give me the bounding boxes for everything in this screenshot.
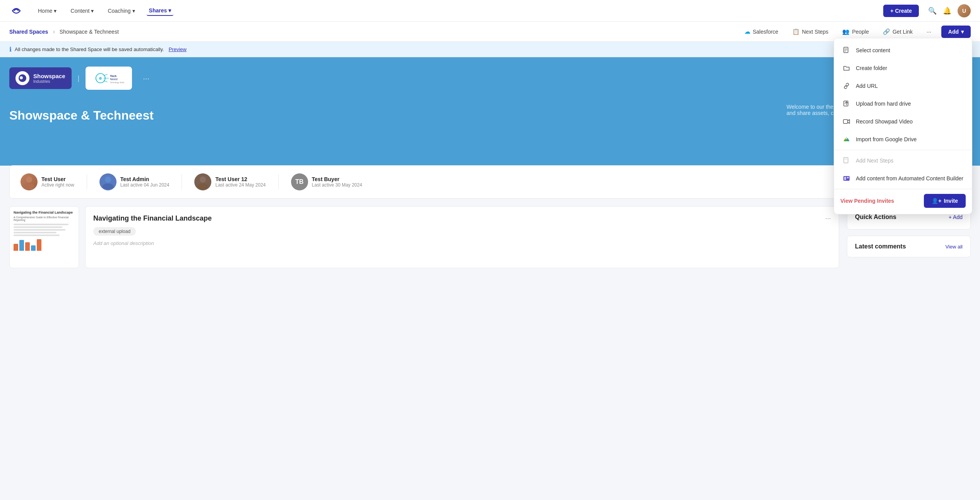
document-description-placeholder: Add an optional description [93, 240, 825, 246]
dropdown-invite-button[interactable]: 👤+ Invite [924, 194, 966, 208]
svg-point-11 [26, 176, 32, 183]
dropdown-view-invites-button[interactable]: View Pending Invites [840, 198, 894, 204]
svg-point-12 [24, 183, 34, 190]
salesforce-button[interactable]: ☁ Salesforce [740, 26, 782, 38]
svg-rect-33 [847, 177, 849, 178]
showspace-sub: Industries [33, 79, 65, 84]
right-panel: Quick Actions + Add Latest comments View… [847, 206, 971, 268]
document-thumbnail[interactable]: Navigating the Financial Landscape A Com… [9, 206, 79, 268]
google-drive-icon [843, 135, 850, 143]
hero-section: Showspace Industries | e Tech Neest Tech… [0, 57, 980, 166]
dropdown-add-next-steps: Add Next Steps [834, 152, 972, 170]
people-icon: 👥 [842, 28, 850, 35]
hero-logos: Showspace Industries | e Tech Neest Tech… [9, 67, 971, 90]
bottom-section: Navigating the Financial Landscape A Com… [0, 199, 980, 276]
document-menu-button[interactable]: ··· [825, 214, 831, 223]
svg-text:Neest: Neest [110, 77, 118, 81]
add-button[interactable]: Add ▾ [941, 26, 971, 38]
svg-rect-29 [844, 158, 848, 163]
next-steps-icon: 📋 [792, 28, 800, 35]
user-avatar[interactable]: U [958, 4, 971, 17]
document-title: Navigating the Financial Landscape [93, 214, 825, 223]
next-steps-button[interactable]: 📋 Next Steps [788, 26, 832, 38]
more-options-button[interactable]: ··· [923, 26, 935, 37]
nav-content[interactable]: Content ▾ [68, 6, 96, 15]
dropdown-create-folder[interactable]: Create folder [834, 59, 972, 77]
members-bar: Test User Active right now Test Admin La… [9, 165, 971, 199]
breadcrumb-bar: Shared Spaces › Showspace & Techneest ☁ … [0, 22, 980, 42]
nav-shares[interactable]: Shares ▾ [147, 6, 174, 16]
svg-point-16 [197, 183, 208, 190]
view-all-comments-link[interactable]: View all [945, 244, 963, 250]
nav-home[interactable]: Home ▾ [36, 6, 59, 15]
quick-actions-add-button[interactable]: + Add [949, 214, 963, 220]
member-4: TB Test Buyer Last active 30 May 2024 [291, 173, 362, 190]
breadcrumb-separator: › [53, 28, 55, 35]
member-name-3: Test User 12 [215, 176, 266, 182]
upload-icon [843, 100, 850, 108]
svg-rect-21 [844, 101, 848, 106]
file-icon [843, 46, 850, 54]
member-status-4: Last active 30 May 2024 [312, 182, 362, 188]
dropdown-add-automated[interactable]: Add content from Automated Content Build… [834, 170, 972, 187]
svg-point-14 [103, 183, 113, 190]
next-steps-icon [843, 157, 850, 164]
link-icon: 🔗 [883, 28, 890, 35]
people-button[interactable]: 👥 People [838, 26, 873, 38]
svg-point-13 [105, 176, 111, 183]
svg-text:Technology Solutions: Technology Solutions [110, 82, 125, 84]
notifications-icon[interactable]: 🔔 [943, 7, 951, 15]
info-banner: ℹ All changes made to the Shared Space w… [0, 42, 980, 57]
showspace-icon [15, 71, 29, 85]
svg-text:e: e [99, 75, 102, 81]
folder-icon [843, 64, 850, 72]
breadcrumb-shared-spaces[interactable]: Shared Spaces [9, 29, 48, 35]
search-icon[interactable]: 🔍 [928, 7, 937, 15]
member-avatar-1 [21, 173, 38, 190]
member-avatar-3 [194, 173, 211, 190]
hero-menu-dots[interactable]: ··· [143, 74, 149, 83]
get-link-button[interactable]: 🔗 Get Link [879, 26, 917, 38]
app-logo[interactable] [9, 4, 23, 18]
create-button[interactable]: + Create [883, 5, 919, 17]
preview-link[interactable]: Preview [169, 46, 187, 52]
member-avatar-4: TB [291, 173, 308, 190]
document-details: Navigating the Financial Landscape exter… [85, 206, 839, 268]
svg-text:Tech: Tech [110, 74, 117, 78]
latest-comments-title: Latest comments [855, 243, 906, 250]
content-panel: Navigating the Financial Landscape A Com… [9, 206, 839, 268]
member-status-2: Last active 04 Jun 2024 [120, 182, 170, 188]
video-icon [843, 118, 850, 125]
nav-icons: 🔍 🔔 U [928, 4, 971, 17]
showspace-name: Showspace [33, 73, 65, 79]
member-3: Test User 12 Last active 24 May 2024 [194, 173, 266, 190]
member-status-1: Active right now [41, 182, 74, 188]
techneest-logo: e Tech Neest Technology Solutions [86, 67, 132, 90]
top-nav: Home ▾ Content ▾ Coaching ▾ Shares ▾ + C… [0, 0, 980, 22]
dropdown-record-video[interactable]: Record Showpad Video [834, 113, 972, 130]
quick-actions-title: Quick Actions [855, 214, 896, 221]
member-name-4: Test Buyer [312, 176, 362, 182]
link-icon [843, 82, 850, 90]
member-2: Test Admin Last active 04 Jun 2024 [99, 173, 170, 190]
showspace-logo: Showspace Industries [9, 67, 72, 89]
automated-icon [843, 175, 850, 182]
svg-point-15 [200, 176, 206, 183]
breadcrumb-current: Showspace & Techneest [60, 29, 119, 35]
nav-coaching[interactable]: Coaching ▾ [105, 6, 137, 15]
latest-comments-panel: Latest comments View all [847, 236, 971, 257]
salesforce-icon: ☁ [744, 28, 750, 35]
invite-person-icon: 👤+ [932, 198, 941, 204]
breadcrumb-actions: ☁ Salesforce 📋 Next Steps 👥 People 🔗 Get… [740, 26, 971, 38]
dropdown-add-url[interactable]: Add URL [834, 77, 972, 95]
member-name-1: Test User [41, 176, 74, 182]
info-icon: ℹ [9, 46, 12, 53]
member-1: Test User Active right now [21, 173, 74, 190]
dropdown-import-google-drive[interactable]: Import from Google Drive [834, 130, 972, 148]
svg-rect-32 [844, 177, 846, 180]
member-status-3: Last active 24 May 2024 [215, 182, 266, 188]
dropdown-invite-row: View Pending Invites 👤+ Invite [834, 189, 972, 211]
dropdown-upload-hard-drive[interactable]: Upload from hard drive [834, 95, 972, 113]
document-chart [14, 239, 75, 251]
dropdown-select-content[interactable]: Select content [834, 41, 972, 59]
